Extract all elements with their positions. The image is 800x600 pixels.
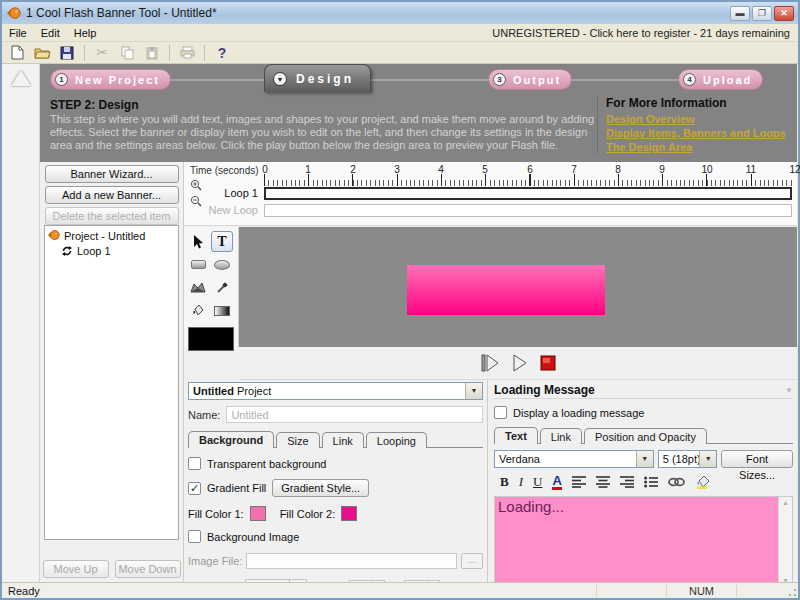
tab-text[interactable]: Text [494, 427, 538, 444]
fill-color2-swatch[interactable] [341, 506, 357, 521]
play-button[interactable] [512, 353, 528, 373]
tree-item-project[interactable]: Project - Untitled [47, 228, 176, 243]
new-document-button[interactable] [6, 43, 28, 62]
step-new-project[interactable]: 1 New Project [50, 69, 171, 90]
align-center-button[interactable] [596, 476, 610, 488]
scroll-up-icon[interactable]: ▲ [779, 497, 792, 509]
status-segment [736, 585, 776, 597]
link-design-overview[interactable]: Design Overview [606, 112, 795, 126]
message-text-area[interactable]: Loading... ▲▼ [494, 496, 793, 588]
italic-button[interactable]: I [519, 474, 523, 490]
name-row: Name: Untitled [188, 406, 483, 423]
register-link[interactable]: UNREGISTERED - Click here to register - … [492, 27, 798, 39]
cut-button[interactable]: ✂ [91, 43, 113, 62]
ellipse-tool[interactable] [211, 254, 233, 275]
transparent-bg-checkbox[interactable] [188, 457, 201, 470]
menu-edit[interactable]: Edit [34, 25, 67, 41]
chevron-down-icon[interactable]: ▼ [699, 451, 716, 467]
collapse-chevron-icon[interactable]: ▼ [785, 386, 793, 395]
minimize-button[interactable]: ▬ [730, 6, 750, 21]
align-right-button[interactable] [620, 476, 634, 488]
transparent-bg-row: Transparent background [188, 457, 483, 470]
chevron-down-icon[interactable]: ▼ [465, 383, 482, 399]
menu-help[interactable]: Help [67, 25, 104, 41]
link-display-items[interactable]: Display Items, Banners and Loops [606, 126, 795, 140]
bold-button[interactable]: B [500, 474, 509, 490]
timeline-label: Time (seconds) [190, 165, 259, 176]
stop-button[interactable] [540, 355, 556, 371]
timeline-track-loop1[interactable] [264, 187, 792, 200]
resize-grip[interactable] [784, 584, 798, 598]
help-button[interactable]: ? [211, 43, 233, 62]
timeline-row-label-newloop[interactable]: New Loop [184, 204, 258, 216]
design-row: T [184, 227, 797, 347]
step-design-active[interactable]: ▼ Design [264, 64, 371, 92]
tab-looping[interactable]: Looping [366, 432, 427, 448]
display-message-checkbox[interactable] [494, 406, 507, 419]
fill-color1-swatch[interactable] [250, 506, 266, 521]
paint-bucket-tool[interactable] [187, 300, 209, 321]
copy-button[interactable] [116, 43, 138, 62]
tree-item-label: Project - Untitled [64, 230, 145, 242]
gradient-style-button[interactable]: Gradient Style... [272, 479, 369, 497]
name-field[interactable]: Untitled [226, 406, 483, 423]
maximize-button[interactable]: ❐ [752, 6, 772, 21]
pointer-tool[interactable] [187, 231, 209, 252]
font-family-select[interactable]: Verdana ▼ [494, 450, 654, 468]
ruler-ticks [264, 174, 792, 186]
font-sizes-button[interactable]: Font Sizes... [721, 450, 793, 468]
triangle-icon[interactable] [11, 70, 31, 86]
tab-background[interactable]: Background [188, 431, 274, 448]
hyperlink-button[interactable] [668, 477, 685, 487]
project-selector[interactable]: Untitled Project ▼ [188, 382, 483, 400]
image-file-row: Image File: ... [188, 553, 483, 569]
rectangle-tool[interactable] [187, 254, 209, 275]
eyedropper-tool[interactable] [211, 277, 233, 298]
polygon-tool[interactable] [187, 277, 209, 298]
design-canvas[interactable] [239, 227, 797, 347]
timeline-row-label-loop1[interactable]: Loop 1 [184, 187, 258, 199]
tab-position-opacity[interactable]: Position and Opacity [584, 428, 707, 444]
add-banner-button[interactable]: Add a new Banner... [45, 186, 179, 204]
current-color-swatch[interactable] [188, 327, 234, 351]
toolbar: ✂ ? [2, 42, 798, 64]
step-upload[interactable]: 4 Upload [678, 69, 763, 90]
textarea-scrollbar[interactable]: ▲▼ [778, 497, 792, 587]
font-size-select[interactable]: 5 (18pt) ▼ [658, 450, 717, 468]
save-button[interactable] [56, 43, 78, 62]
bullet-list-button[interactable] [644, 476, 658, 488]
print-button[interactable] [176, 43, 198, 62]
link-design-area[interactable]: The Design Area [606, 140, 795, 154]
chevron-down-icon[interactable]: ▼ [636, 451, 653, 467]
step-output[interactable]: 3 Output [488, 69, 572, 90]
menu-file[interactable]: File [2, 25, 34, 41]
bg-image-row: Background Image [188, 530, 483, 543]
open-folder-button[interactable] [31, 43, 53, 62]
text-tool[interactable]: T [211, 231, 233, 252]
gradient-tool[interactable] [211, 300, 233, 321]
underline-button[interactable]: U [533, 474, 542, 490]
move-buttons: Move Up Move Down [40, 560, 183, 578]
highlight-color-button[interactable] [695, 475, 711, 489]
play-from-start-button[interactable] [481, 353, 500, 373]
step-description: This step is where you will add text, im… [50, 113, 595, 152]
transparent-bg-label: Transparent background [207, 458, 326, 470]
step-arrow-badge: ▼ [273, 72, 287, 86]
banner-preview[interactable] [407, 265, 605, 315]
title-bar[interactable]: 1 Cool Flash Banner Tool - Untitled* ▬ ❐… [2, 2, 798, 24]
gradient-fill-checkbox[interactable]: ✓ [188, 482, 201, 495]
text-T-icon: T [217, 234, 226, 250]
tab-msg-link[interactable]: Link [540, 428, 582, 444]
tree-item-loop[interactable]: Loop 1 [61, 243, 176, 258]
bg-image-checkbox[interactable] [188, 530, 201, 543]
image-file-label: Image File: [188, 555, 242, 567]
timeline-track-newloop[interactable] [264, 204, 792, 217]
tab-link[interactable]: Link [322, 432, 364, 448]
close-button[interactable]: ✕ [774, 6, 794, 21]
align-left-button[interactable] [572, 476, 586, 488]
tab-size[interactable]: Size [276, 432, 319, 448]
font-color-button[interactable]: A [552, 475, 561, 490]
loading-message-title: Loading Message [494, 383, 595, 397]
banner-wizard-button[interactable]: Banner Wizard... [45, 165, 179, 183]
paste-button[interactable] [141, 43, 163, 62]
